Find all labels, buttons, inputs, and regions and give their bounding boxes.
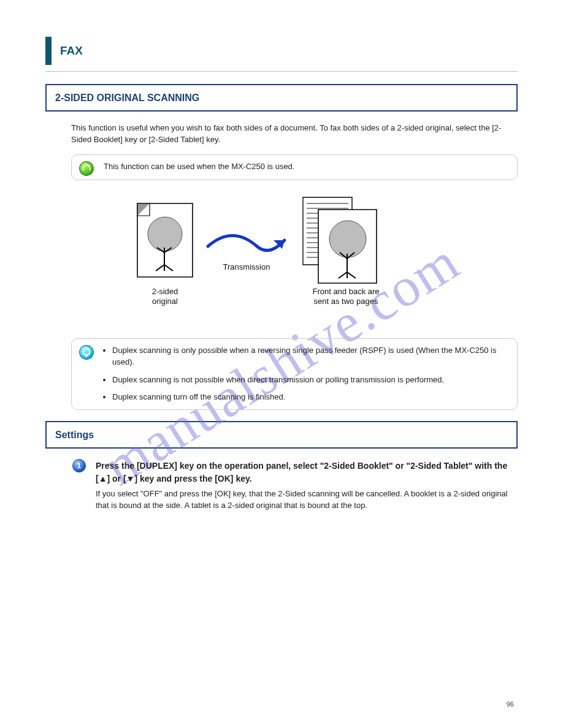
info-icon xyxy=(78,344,95,361)
output-front-page-icon xyxy=(318,210,377,283)
svg-point-16 xyxy=(80,346,94,360)
arrow-icon xyxy=(208,235,285,250)
tip-callout: This function can be used when the MX-C2… xyxy=(71,154,518,180)
info-list: Duplex scanning is only possible when a … xyxy=(104,345,507,403)
svg-point-0 xyxy=(80,162,94,176)
step-number-icon: 1 xyxy=(71,458,87,474)
original-page-icon xyxy=(137,203,193,277)
right-caption-2: sent as two pages xyxy=(314,297,378,306)
svg-point-1 xyxy=(88,165,90,167)
info-callout: Duplex scanning is only possible when a … xyxy=(71,338,518,410)
tip-text: This function can be used when the MX-C2… xyxy=(104,161,507,173)
left-caption-2: original xyxy=(152,297,178,306)
step-1: 1 Press the [DUPLEX] key on the operatio… xyxy=(71,460,518,511)
svg-point-15 xyxy=(329,221,366,257)
svg-point-2 xyxy=(148,217,182,251)
left-caption-1: 2-sided xyxy=(152,287,178,296)
transmission-diagram: 2-sided original Transmission xyxy=(113,191,419,332)
info-bullet: Duplex scanning is only possible when a … xyxy=(112,345,507,368)
arrow-label: Transmission xyxy=(223,262,270,271)
svg-text:1: 1 xyxy=(77,462,82,471)
intro-paragraph: This function is useful when you wish to… xyxy=(45,123,518,146)
svg-point-17 xyxy=(85,355,87,357)
page-container: FAX 2-SIDED ORIGINAL SCANNING This funct… xyxy=(0,0,563,540)
page-number: 96 xyxy=(507,700,514,710)
header-accent-bar xyxy=(45,37,52,65)
tip-icon xyxy=(78,160,95,177)
right-caption-1: Front and back are xyxy=(312,287,379,296)
section-heading-box: 2-SIDED ORIGINAL SCANNING xyxy=(45,84,518,112)
page-header: FAX xyxy=(45,37,518,72)
step-title: Press the [DUPLEX] key on the operation … xyxy=(96,460,518,485)
settings-heading-box: Settings xyxy=(45,421,518,449)
header-title: FAX xyxy=(60,42,83,59)
step-note: If you select "OFF" and press the [OK] k… xyxy=(96,488,518,512)
info-bullet: Duplex scanning turn off the scanning is… xyxy=(112,392,507,403)
info-bullet: Duplex scanning is not possible when dir… xyxy=(112,374,507,386)
